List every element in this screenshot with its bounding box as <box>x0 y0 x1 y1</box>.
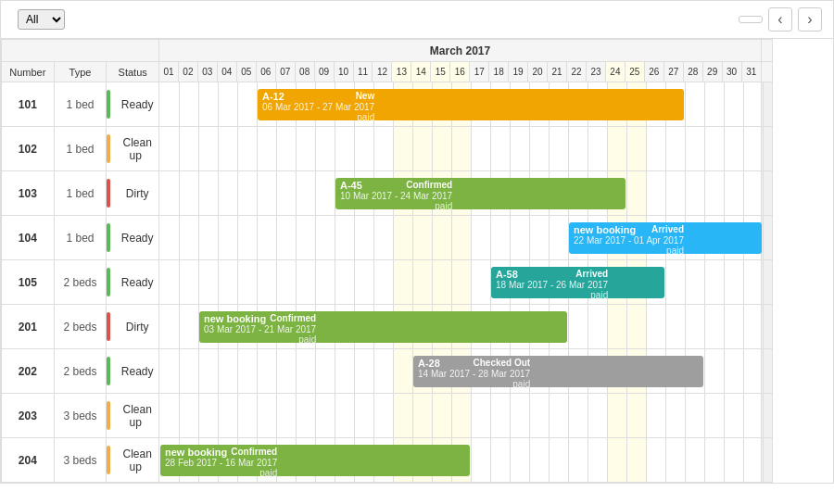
room-number-204: 204 <box>2 438 55 483</box>
room-status-104: Ready <box>107 216 159 260</box>
col-type-header: Type <box>54 62 107 82</box>
room-type-201: 2 beds <box>54 305 107 349</box>
room-type-105: 2 beds <box>54 260 107 305</box>
nav-controls: ‹ › <box>739 7 822 32</box>
room-number-103: 103 <box>2 171 55 216</box>
booking-bar-104-new booking[interactable]: new bookingArrived22 Mar 2017 - 01 Apr 2… <box>569 222 762 254</box>
day-header-16: 16 <box>450 62 470 82</box>
booking-bar-101-A-12[interactable]: A-12New06 Mar 2017 - 27 Mar 2017paid <box>258 89 684 120</box>
col-number-header: Number <box>2 62 55 82</box>
show-rooms-control: All101102103104105201202203204 <box>12 9 65 30</box>
day-header-13: 13 <box>392 62 411 82</box>
gantt-row-104: new bookingArrived22 Mar 2017 - 01 Apr 2… <box>159 216 762 260</box>
day-header-12: 12 <box>373 62 392 82</box>
day-header-14: 14 <box>411 62 431 82</box>
room-number-104: 104 <box>2 216 55 260</box>
room-number-202: 202 <box>2 349 55 394</box>
gantt-row-203 <box>159 394 762 438</box>
day-header-22: 22 <box>567 62 587 82</box>
room-type-103: 1 bed <box>54 171 107 216</box>
day-header-9: 09 <box>314 62 334 82</box>
month-header: March 2017 <box>159 40 762 62</box>
room-row-103: 1031 bedDirtyA-45Confirmed10 Mar 2017 - … <box>2 171 773 216</box>
header-bar: All101102103104105201202203204 ‹ › <box>1 1 833 39</box>
gantt-row-204: new bookingConfirmed28 Feb 2017 - 16 Mar… <box>159 438 762 483</box>
day-header-26: 26 <box>644 62 663 82</box>
room-row-204: 2043 bedsClean upnew bookingConfirmed28 … <box>2 438 773 483</box>
room-row-202: 2022 bedsReadyA-28Checked Out14 Mar 2017… <box>2 349 773 394</box>
room-number-105: 105 <box>2 260 55 305</box>
room-status-102: Clean up <box>107 127 159 171</box>
room-status-101: Ready <box>107 82 159 127</box>
day-header-2: 02 <box>178 62 197 82</box>
day-header-24: 24 <box>605 62 625 82</box>
day-header-29: 29 <box>702 62 722 82</box>
calendar-area: March 2017NumberTypeStatus01020304050607… <box>1 39 833 483</box>
calendar-inner: March 2017NumberTypeStatus01020304050607… <box>1 39 833 483</box>
room-number-102: 102 <box>2 127 55 171</box>
room-row-203: 2033 bedsClean up <box>2 394 773 438</box>
day-header-27: 27 <box>663 62 683 82</box>
gantt-row-102 <box>159 127 762 171</box>
booking-bar-105-A-58[interactable]: A-58Arrived18 Mar 2017 - 26 Mar 2017paid <box>491 267 664 298</box>
day-header-18: 18 <box>489 62 509 82</box>
room-type-204: 3 beds <box>54 438 107 483</box>
day-header-23: 23 <box>586 62 605 82</box>
calendar-wrapper: March 2017NumberTypeStatus01020304050607… <box>1 39 773 483</box>
day-header-19: 19 <box>509 62 528 82</box>
day-header-15: 15 <box>431 62 450 82</box>
prev-button[interactable]: ‹ <box>768 7 792 32</box>
room-type-202: 2 beds <box>54 349 107 394</box>
day-header-1: 01 <box>159 62 179 82</box>
show-rooms-select[interactable]: All101102103104105201202203204 <box>18 9 65 30</box>
room-type-104: 1 bed <box>54 216 107 260</box>
day-header-6: 06 <box>256 62 275 82</box>
col-status-header: Status <box>107 62 159 82</box>
room-status-103: Dirty <box>107 171 159 216</box>
room-status-203: Clean up <box>107 394 159 438</box>
booking-bar-202-A-28[interactable]: A-28Checked Out14 Mar 2017 - 28 Mar 2017… <box>413 356 703 387</box>
room-row-201: 2012 bedsDirtynew bookingConfirmed03 Mar… <box>2 305 773 349</box>
room-row-101: 1011 bedReadyA-12New06 Mar 2017 - 27 Mar… <box>2 82 773 127</box>
room-status-202: Ready <box>107 349 159 394</box>
app-container: All101102103104105201202203204 ‹ › March… <box>0 0 834 484</box>
day-header-8: 08 <box>295 62 314 82</box>
day-header-7: 07 <box>275 62 295 82</box>
day-header-10: 10 <box>334 62 353 82</box>
day-header-25: 25 <box>625 62 644 82</box>
day-header-21: 21 <box>548 62 567 82</box>
room-row-105: 1052 bedsReadyA-58Arrived18 Mar 2017 - 2… <box>2 260 773 305</box>
booking-bar-204-new booking[interactable]: new bookingConfirmed28 Feb 2017 - 16 Mar… <box>160 445 470 476</box>
room-number-201: 201 <box>2 305 55 349</box>
room-row-102: 1021 bedClean up <box>2 127 773 171</box>
gantt-row-103: A-45Confirmed10 Mar 2017 - 24 Mar 2017pa… <box>159 171 762 216</box>
room-status-105: Ready <box>107 260 159 305</box>
day-header-5: 05 <box>236 62 256 82</box>
next-button[interactable]: › <box>798 7 822 32</box>
gantt-row-105: A-58Arrived18 Mar 2017 - 26 Mar 2017paid <box>159 260 762 305</box>
day-header-3: 03 <box>197 62 217 82</box>
booking-bar-201-new booking[interactable]: new bookingConfirmed03 Mar 2017 - 21 Mar… <box>199 311 567 343</box>
room-type-101: 1 bed <box>54 82 107 127</box>
room-type-203: 3 beds <box>54 394 107 438</box>
booking-bar-103-A-45[interactable]: A-45Confirmed10 Mar 2017 - 24 Mar 2017pa… <box>335 178 626 209</box>
day-header-31: 31 <box>741 62 761 82</box>
room-status-201: Dirty <box>107 305 159 349</box>
day-header-17: 17 <box>470 62 489 82</box>
day-header-11: 11 <box>353 62 373 82</box>
room-row-104: 1041 bedReadynew bookingArrived22 Mar 20… <box>2 216 773 260</box>
room-status-204: Clean up <box>107 438 159 483</box>
gantt-row-201: new bookingConfirmed03 Mar 2017 - 21 Mar… <box>159 305 762 349</box>
gantt-row-202: A-28Checked Out14 Mar 2017 - 28 Mar 2017… <box>159 349 762 394</box>
day-header-4: 04 <box>217 62 236 82</box>
room-number-101: 101 <box>2 82 55 127</box>
day-header-30: 30 <box>722 62 741 82</box>
day-header-20: 20 <box>528 62 548 82</box>
room-type-102: 1 bed <box>54 127 107 171</box>
day-header-28: 28 <box>683 62 702 82</box>
gantt-row-101: A-12New06 Mar 2017 - 27 Mar 2017paid <box>159 82 762 127</box>
room-number-203: 203 <box>2 394 55 438</box>
today-button[interactable] <box>739 16 763 23</box>
